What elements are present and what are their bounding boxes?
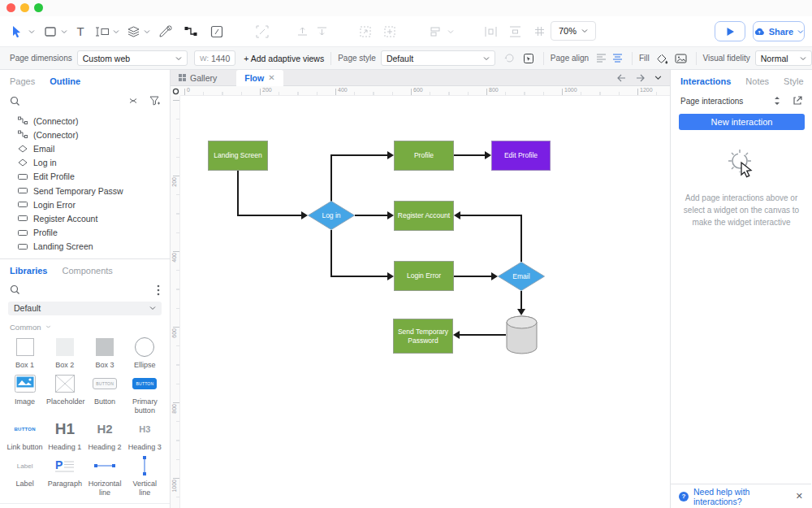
insert-shape-tool-button[interactable]: [206, 22, 227, 41]
widget-heading3[interactable]: H3 Heading 3: [125, 419, 165, 451]
forward-arrow-icon[interactable]: [636, 74, 645, 82]
ruler-origin-icon[interactable]: [171, 86, 180, 96]
share-button[interactable]: Share: [753, 21, 805, 41]
widget-box2[interactable]: Box 2: [45, 336, 84, 369]
align-dropdown[interactable]: [447, 22, 455, 41]
page-width-field[interactable]: W: 1440: [194, 50, 235, 66]
align-page-left-button[interactable]: [594, 50, 609, 67]
tab-pages[interactable]: Pages: [10, 76, 35, 86]
filter-icon[interactable]: [149, 96, 160, 106]
flow-node-send-temporary-password[interactable]: Send Temporary Password: [393, 319, 453, 354]
layers-tool-button[interactable]: [123, 22, 143, 41]
widget-horizontal-line[interactable]: Horizontal line: [85, 455, 125, 497]
widget-link-button[interactable]: BUTTON Link button: [5, 419, 45, 451]
pen-tool-button[interactable]: [154, 22, 175, 41]
align-page-center-button[interactable]: [610, 50, 625, 67]
tab-gallery[interactable]: Gallery: [171, 70, 225, 86]
tab-style[interactable]: Style: [784, 76, 803, 86]
scale-selection-button[interactable]: [356, 22, 375, 41]
flow-node-edit-profile[interactable]: Edit Profile: [491, 141, 551, 171]
widget-ellipse[interactable]: Ellipse: [125, 336, 165, 369]
preview-button[interactable]: [715, 21, 745, 41]
flow-node-profile[interactable]: Profile: [394, 141, 454, 171]
search-icon[interactable]: [10, 284, 20, 295]
edit-style-button[interactable]: [520, 50, 536, 67]
close-help-icon[interactable]: ✕: [796, 491, 803, 501]
outline-item-profile[interactable]: Profile: [0, 226, 170, 240]
outline-item-log-in[interactable]: Log in: [0, 156, 170, 170]
drawing-canvas[interactable]: Landing Screen Profile Edit Profile Log …: [180, 96, 670, 508]
close-tab-icon[interactable]: ✕: [268, 73, 274, 82]
outline-item-send-temporary-passw[interactable]: Send Temporary Passw: [0, 184, 170, 198]
widget-image[interactable]: Image: [5, 373, 45, 415]
shape-tool-button[interactable]: [41, 22, 60, 41]
widget-box1[interactable]: Box 1: [5, 336, 45, 369]
page-dimensions-select[interactable]: Custom web: [77, 50, 188, 66]
tab-interactions[interactable]: Interactions: [680, 76, 731, 86]
dynamic-section-header[interactable]: Dynamic: [0, 503, 170, 508]
collapse-all-icon[interactable]: [128, 96, 138, 106]
flow-node-register-account[interactable]: Register Account: [394, 201, 454, 231]
align-button[interactable]: [427, 22, 447, 41]
widget-vertical-line[interactable]: Vertical line: [125, 455, 165, 497]
outline-item-connector-2[interactable]: (Connector): [0, 128, 170, 141]
form-tool-button[interactable]: [93, 22, 112, 41]
close-window-button[interactable]: [6, 3, 15, 12]
flow-node-login-error[interactable]: Login Error: [394, 261, 454, 291]
text-tool-button[interactable]: T: [71, 22, 89, 41]
fill-image-button[interactable]: [673, 50, 689, 67]
flow-node-log-in[interactable]: Log in: [308, 201, 355, 230]
library-select[interactable]: Default: [8, 302, 162, 315]
connector-tool-button[interactable]: [180, 22, 201, 41]
outline-item-landing-screen[interactable]: Landing Screen: [0, 240, 170, 254]
flip-horizontal-button[interactable]: [312, 22, 331, 41]
add-adaptive-views-button[interactable]: + Add adaptive views: [244, 54, 324, 63]
more-options-icon[interactable]: [157, 284, 160, 296]
visual-fidelity-select[interactable]: Normal: [755, 50, 812, 66]
search-icon[interactable]: [10, 96, 20, 106]
flip-vertical-button[interactable]: [292, 22, 312, 41]
tab-flow[interactable]: Flow ✕: [236, 70, 283, 86]
fullscreen-window-button[interactable]: [34, 3, 43, 12]
outline-item-login-error[interactable]: Login Error: [0, 198, 170, 211]
grid-button[interactable]: [529, 22, 549, 41]
tab-components[interactable]: Components: [62, 266, 112, 276]
flow-node-landing-screen[interactable]: Landing Screen: [208, 141, 268, 171]
tab-outline[interactable]: Outline: [50, 76, 80, 86]
sort-icon[interactable]: [773, 96, 781, 106]
group-button[interactable]: [252, 22, 273, 41]
reset-style-button[interactable]: [502, 50, 517, 67]
tab-libraries[interactable]: Libraries: [10, 266, 47, 276]
widget-heading2[interactable]: H2 Heading 2: [85, 419, 125, 451]
tab-notes[interactable]: Notes: [745, 76, 769, 86]
widget-primary-button[interactable]: BUTTON Primary button: [125, 373, 165, 415]
select-tool-button[interactable]: [6, 22, 28, 41]
select-tool-dropdown[interactable]: [28, 22, 36, 41]
distribute-horizontal-button[interactable]: [481, 22, 500, 41]
widget-box3[interactable]: Box 3: [85, 336, 125, 369]
widget-heading1[interactable]: H1 Heading 1: [45, 419, 84, 451]
common-section-header[interactable]: Common: [0, 315, 170, 335]
tab-list-chevron-icon[interactable]: [654, 74, 662, 81]
widget-placeholder[interactable]: Placeholder: [45, 373, 84, 415]
outline-item-register-account[interactable]: Register Account: [0, 211, 170, 225]
fill-color-button[interactable]: [654, 50, 670, 67]
widget-button[interactable]: BUTTON Button: [85, 373, 125, 415]
outline-item-email[interactable]: Email: [0, 141, 170, 155]
back-arrow-icon[interactable]: [617, 74, 626, 82]
open-external-icon[interactable]: [793, 96, 802, 106]
outline-item-edit-profile[interactable]: Edit Profile: [0, 170, 170, 184]
widget-label[interactable]: Label Label: [5, 455, 45, 497]
layers-tool-dropdown[interactable]: [143, 22, 151, 41]
shape-tool-dropdown[interactable]: [60, 22, 68, 41]
zoom-level-select[interactable]: 70%: [551, 21, 596, 41]
interactions-help-link[interactable]: Need help with interactions?: [693, 487, 791, 506]
page-style-select[interactable]: Default: [381, 50, 495, 66]
fit-selection-button[interactable]: [380, 22, 400, 41]
minimize-window-button[interactable]: [20, 3, 29, 12]
distribute-vertical-button[interactable]: [505, 22, 525, 41]
flow-node-email[interactable]: Email: [498, 262, 545, 291]
form-tool-dropdown[interactable]: [112, 22, 120, 41]
new-interaction-button[interactable]: New interaction: [679, 114, 805, 130]
widget-paragraph[interactable]: P Paragraph: [45, 455, 84, 497]
